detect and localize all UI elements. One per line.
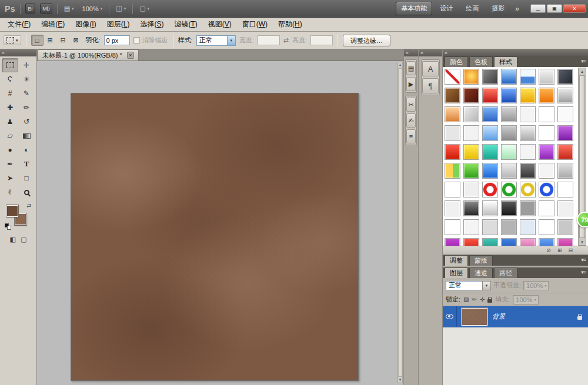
- scroll-up-icon[interactable]: ▴: [399, 62, 401, 68]
- rectangular-marquee-tool[interactable]: [2, 58, 18, 72]
- style-swatch[interactable]: [539, 238, 554, 246]
- style-swatch[interactable]: [557, 163, 573, 179]
- style-swatch[interactable]: [482, 182, 498, 197]
- scroll-down-icon[interactable]: ▾: [581, 239, 583, 245]
- style-swatch[interactable]: [557, 219, 573, 235]
- brush-tool[interactable]: ✏: [18, 101, 35, 115]
- style-swatch[interactable]: [445, 238, 460, 246]
- character-panel-icon[interactable]: A: [422, 61, 439, 76]
- style-swatch[interactable]: [520, 238, 536, 246]
- arrange-documents-button[interactable]: ◫ ▾: [114, 4, 128, 14]
- style-swatch[interactable]: [557, 88, 573, 103]
- workspace-overflow-button[interactable]: »: [515, 5, 519, 13]
- style-swatch[interactable]: [557, 144, 573, 160]
- style-swatch[interactable]: [501, 106, 517, 122]
- style-swatch[interactable]: [482, 219, 498, 235]
- eyedropper-tool[interactable]: ✎: [18, 86, 35, 101]
- menu-file[interactable]: 文件(F): [2, 18, 36, 31]
- menu-edit[interactable]: 编辑(E): [36, 18, 70, 31]
- tool-preset-picker[interactable]: ▾: [4, 35, 21, 45]
- style-swatch[interactable]: [539, 219, 554, 235]
- zoom-level-dropdown[interactable]: 100% ▾: [81, 4, 105, 14]
- style-swatch[interactable]: [463, 182, 479, 197]
- move-tool[interactable]: ✛: [18, 58, 35, 72]
- style-swatch[interactable]: [482, 69, 498, 85]
- hand-tool[interactable]: ✌: [2, 185, 18, 199]
- path-selection-tool[interactable]: ➤: [2, 171, 18, 185]
- menu-layer[interactable]: 图层(L): [102, 18, 135, 31]
- blend-mode-dropdown[interactable]: 正常 ▼: [446, 281, 491, 290]
- menu-image[interactable]: 图像(I): [70, 18, 101, 31]
- mini-bridge-button[interactable]: Mb: [40, 4, 52, 14]
- lock-transparent-pixels-icon[interactable]: ▨: [463, 297, 469, 303]
- gradient-tool[interactable]: [18, 129, 35, 143]
- lock-image-pixels-icon[interactable]: ✏: [472, 297, 477, 303]
- rectangle-tool[interactable]: □: [18, 171, 35, 185]
- style-swatch[interactable]: [445, 219, 460, 235]
- style-swatch[interactable]: [557, 69, 573, 85]
- spot-healing-brush-tool[interactable]: ✚: [2, 101, 18, 115]
- actions-panel-icon[interactable]: ▶: [406, 77, 416, 91]
- minimize-button[interactable]: ▁: [530, 4, 546, 13]
- style-swatch[interactable]: [520, 200, 536, 216]
- scroll-up-icon[interactable]: ▴: [581, 68, 583, 75]
- feather-input[interactable]: [104, 35, 130, 45]
- menu-view[interactable]: 视图(V): [203, 18, 237, 31]
- tab-color[interactable]: 颜色: [445, 56, 468, 67]
- style-swatch[interactable]: [463, 106, 479, 122]
- layer-row[interactable]: 背景: [443, 306, 588, 327]
- clone-source-panel-icon[interactable]: ✂: [406, 98, 416, 112]
- paragraph-panel-icon[interactable]: ¶: [422, 78, 439, 93]
- style-swatch[interactable]: [463, 238, 479, 246]
- style-swatch[interactable]: [501, 200, 517, 216]
- document-tab-close-icon[interactable]: ×: [127, 52, 134, 59]
- menu-help[interactable]: 帮助(H): [273, 18, 308, 31]
- menu-select[interactable]: 选择(S): [135, 18, 169, 31]
- style-swatch[interactable]: [520, 69, 536, 85]
- menu-window[interactable]: 窗口(W): [237, 18, 273, 31]
- style-swatch[interactable]: [520, 125, 536, 141]
- style-swatch[interactable]: [539, 88, 554, 103]
- style-swatch[interactable]: [482, 106, 498, 122]
- style-swatch[interactable]: [557, 238, 573, 246]
- scrollbar-track[interactable]: [398, 68, 402, 377]
- style-swatch[interactable]: [463, 144, 479, 160]
- workspace-button[interactable]: 设计: [435, 2, 458, 15]
- crop-tool[interactable]: #: [2, 86, 18, 101]
- add-selection-button[interactable]: ⊞: [44, 35, 56, 46]
- style-swatch[interactable]: [445, 69, 460, 85]
- style-swatch[interactable]: [501, 88, 517, 103]
- menu-filter[interactable]: 滤镜(T): [169, 18, 202, 31]
- style-swatch[interactable]: [482, 88, 498, 103]
- style-swatch[interactable]: [445, 200, 460, 216]
- default-colors-icon[interactable]: [5, 223, 11, 230]
- style-dropdown[interactable]: 正常 ▼: [196, 35, 236, 46]
- foreground-color-swatch[interactable]: [6, 205, 18, 217]
- clear-style-button[interactable]: ⊘: [546, 248, 551, 253]
- screen-mode-button[interactable]: ▢ ▾: [138, 4, 151, 14]
- collapse-panel-icon[interactable]: «: [2, 51, 5, 56]
- tab-swatches[interactable]: 色板: [469, 56, 493, 67]
- style-swatch[interactable]: [501, 125, 517, 141]
- eraser-tool[interactable]: ▱: [2, 129, 18, 143]
- style-swatch[interactable]: [520, 88, 536, 103]
- swap-dimensions-icon[interactable]: ⇄: [283, 36, 289, 44]
- style-swatch[interactable]: [520, 219, 536, 235]
- screen-mode-toggle-button[interactable]: ▢: [21, 236, 26, 243]
- restore-button[interactable]: ▣: [547, 4, 562, 13]
- new-selection-button[interactable]: □: [31, 35, 44, 46]
- layer-comps-panel-icon[interactable]: ≡: [406, 129, 416, 143]
- document-tab[interactable]: 未标题-1 @ 100%(RGB/8) * ×: [38, 49, 139, 61]
- style-swatch[interactable]: [482, 144, 498, 160]
- style-swatch[interactable]: [520, 106, 536, 122]
- style-swatch[interactable]: [501, 69, 517, 85]
- bridge-button[interactable]: Br: [25, 4, 35, 14]
- style-swatch[interactable]: [445, 106, 460, 122]
- style-swatch[interactable]: [539, 144, 554, 160]
- antialias-checkbox[interactable]: 消除锯齿: [133, 36, 168, 45]
- view-extras-button[interactable]: ▤ ▾: [62, 4, 76, 14]
- style-swatch[interactable]: [520, 163, 536, 179]
- style-swatch[interactable]: [445, 125, 460, 141]
- style-swatch[interactable]: [463, 219, 479, 235]
- collapse-panel-icon[interactable]: «: [420, 51, 423, 56]
